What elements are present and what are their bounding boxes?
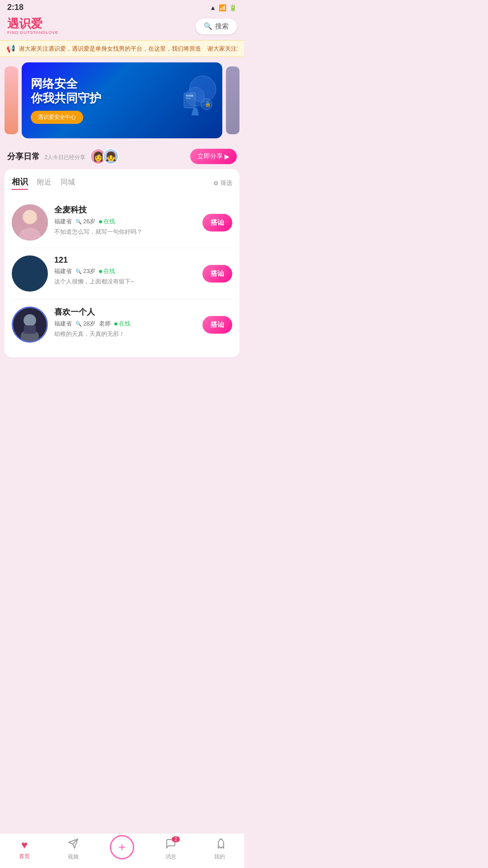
user-list-section: 相识 附近 同城 ⚙ 筛选 全麦科技 [5,169,239,357]
banner-side-left [5,66,18,134]
banner-side-right [226,66,239,134]
share-subtitle: 2人今日已经分享 [44,154,85,160]
user-bio-1: 不知道怎么写，就写一句你好吗？ [54,228,196,236]
user-bio-2: 这个人很懒，上面都没有留下~ [54,278,196,286]
header: 遇识爱 FIND OUTSTANDLOVE 🔍 搜索 [0,14,244,40]
share-now-button[interactable]: 立即分享 ▶ [190,149,237,164]
share-avatars: 👩 👧 [90,148,119,165]
battery-icon: 🔋 [229,4,237,11]
tab-xiangshi[interactable]: 相识 [12,176,28,190]
contact-button-1[interactable]: 搭讪 [202,214,232,231]
contact-button-3[interactable]: 搭讪 [202,316,232,334]
svg-rect-4 [186,95,193,97]
tab-bar: 相识 附近 同城 ⚙ 筛选 [12,176,232,190]
user-name-2: 121 [54,255,196,265]
tab-fujin[interactable]: 附近 [37,178,52,189]
user-meta-2: 福建省 🔍23岁 在线 [54,267,196,275]
svg-marker-2 [192,108,199,116]
svg-point-15 [23,314,36,327]
user-info-2: 121 福建省 🔍23岁 在线 这个人很懒，上面都没有留下~ [54,255,196,286]
user-avatar-1[interactable] [12,204,48,241]
user-info-1: 全麦科技 福建省 🔍26岁 在线 不知道怎么写，就写一句你好吗？ [54,204,196,236]
share-left: 分享日常 2人今日已经分享 👩 👧 [7,148,119,165]
user-age-1: 🔍26岁 [75,217,95,226]
filter-label: 筛选 [221,179,232,187]
tab-tongcheng[interactable]: 同城 [61,178,75,189]
user-location-1: 福建省 [54,217,72,226]
share-now-label: 立即分享 [197,152,223,160]
online-dot-1 [99,220,102,223]
banner-decoration: 🔒 [173,73,218,127]
online-dot-2 [99,270,102,273]
user-card-2: 121 福建省 🔍23岁 在线 这个人很懒，上面都没有留下~ 搭讪 [12,248,232,299]
search-small-icon-2: 🔍 [75,269,82,274]
user-info-3: 喜欢一个人 福建省 🔍28岁 老师 在线 幼稚的天真，天真的无邪！ [54,307,196,338]
share-section: 分享日常 2人今日已经分享 👩 👧 立即分享 ▶ [0,144,244,169]
search-label: 搜索 [215,22,229,31]
user-online-2: 在线 [99,267,115,275]
user-name-1: 全麦科技 [54,204,196,215]
status-bar: 2:18 ▲ 📶 🔋 [0,0,244,14]
user-meta-1: 福建省 🔍26岁 在线 [54,217,196,226]
logo-subtitle: FIND OUTSTANDLOVE [7,30,58,35]
status-icons: ▲ 📶 🔋 [210,4,237,11]
search-small-icon-1: 🔍 [75,219,82,225]
search-icon: 🔍 [204,22,212,30]
filter-button[interactable]: ⚙ 筛选 [213,179,232,187]
user-avatar-2[interactable] [12,255,48,292]
marquee-bar: 📢 谢大家关注遇识爱，遇识爱是单身女找男的平台，在这里，我们将营造 谢大家关注遇… [0,40,244,57]
search-small-icon-3: 🔍 [75,321,82,327]
banner-area: 网络安全 你我共同守护 遇识爱安全中心 🔒 [0,57,244,144]
contact-button-2[interactable]: 搭讪 [202,265,232,283]
share-avatar-2: 👧 [103,148,119,165]
user-location-2: 福建省 [54,267,72,275]
logo-area: 遇识爱 FIND OUTSTANDLOVE [7,18,58,35]
signal-icon: 📶 [219,4,226,11]
marquee-text: 谢大家关注遇识爱，遇识爱是单身女找男的平台，在这里，我们将营造 谢大家关注遇识爱… [19,45,238,52]
user-location-3: 福建省 [54,320,72,328]
filter-icon: ⚙ [213,180,219,187]
user-card-1: 全麦科技 福建省 🔍26岁 在线 不知道怎么写，就写一句你好吗？ 搭讪 [12,197,232,248]
user-name-3: 喜欢一个人 [54,307,196,317]
svg-point-13 [23,211,36,223]
user-online-3: 在线 [114,320,131,328]
online-dot-3 [114,322,117,326]
user-age-2: 🔍23岁 [75,267,95,275]
share-now-icon: ▶ [225,153,230,160]
user-card-3: 喜欢一个人 福建省 🔍28岁 老师 在线 幼稚的天真，天真的无邪！ 搭讪 [12,299,232,350]
user-job-3: 老师 [99,320,111,328]
banner-main[interactable]: 网络安全 你我共同守护 遇识爱安全中心 🔒 [22,62,222,138]
user-avatar-3[interactable] [12,307,48,343]
share-title: 分享日常 [7,152,40,161]
wifi-icon: ▲ [210,4,216,11]
user-age-3: 🔍28岁 [75,320,95,328]
user-bio-3: 幼稚的天真，天真的无邪！ [54,330,196,338]
status-time: 2:18 [7,3,23,12]
search-button[interactable]: 🔍 搜索 [196,19,237,34]
banner-cta-button[interactable]: 遇识爱安全中心 [31,111,83,124]
svg-text:🔒: 🔒 [205,101,211,108]
speaker-icon: 📢 [6,44,15,53]
user-online-1: 在线 [99,217,115,226]
svg-rect-17 [24,326,36,334]
app-logo: 遇识爱 [7,18,42,29]
svg-rect-5 [186,98,192,99]
user-meta-3: 福建省 🔍28岁 老师 在线 [54,320,196,328]
